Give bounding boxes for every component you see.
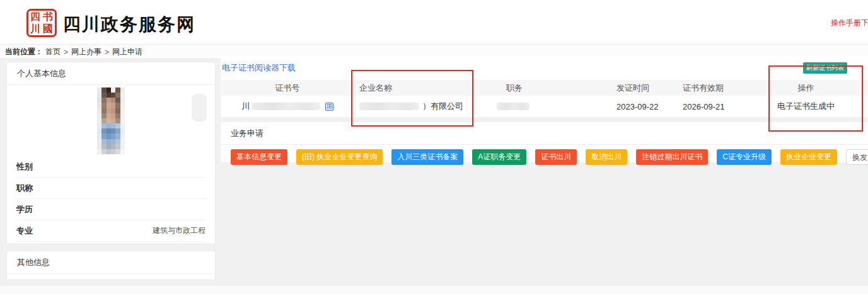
cell-position xyxy=(478,96,593,117)
breadcrumb-online-apply[interactable]: 网上申请 xyxy=(112,47,142,57)
certificate-reader-download-link[interactable]: 电子证书阅读器下载 xyxy=(222,62,296,74)
seal-char: 國 xyxy=(42,23,54,35)
field-label: 学历 xyxy=(16,204,33,215)
redacted-certificate-no xyxy=(252,103,320,110)
cert-leave-sichuan-button[interactable]: 证书出川 xyxy=(535,149,577,165)
field-row-major: 专业 建筑与市政工程 xyxy=(16,220,205,242)
old-practice-company-change-query-button[interactable]: (旧) 执业企业变更查询 xyxy=(296,149,383,165)
national-badge-icon: 国 xyxy=(325,103,333,111)
col-header-position: 职务 xyxy=(478,80,593,96)
certificate-no-prefix: 川 xyxy=(241,101,250,112)
user-photo-pixelated xyxy=(97,88,125,154)
other-info-title: 其他信息 xyxy=(7,251,215,274)
site-title: 四川政务服务网 xyxy=(63,13,195,37)
redacted-position xyxy=(497,103,529,110)
field-value: 建筑与市政工程 xyxy=(153,225,205,236)
cell-certificate-no: 川 国 xyxy=(221,96,354,117)
business-buttons-row: 基本信息变更 (旧) 执业企业变更查询 入川三类证书备案 A证职务变更 证书出川… xyxy=(221,145,868,165)
footer-strip xyxy=(0,286,868,294)
sichuan-seal-logo-icon[interactable]: 四 书 川 國 xyxy=(26,9,57,37)
breadcrumb-separator: > xyxy=(64,48,68,57)
seal-char: 四 xyxy=(29,11,42,23)
seal-char: 书 xyxy=(42,11,54,23)
field-label: 职称 xyxy=(16,183,33,194)
basic-info-change-button[interactable]: 基本信息变更 xyxy=(231,149,287,165)
enter-sichuan-three-cert-filing-button[interactable]: 入川三类证书备案 xyxy=(391,149,463,165)
col-header-company-name: 企业名称 xyxy=(354,80,478,96)
cell-issue-date: 2023-09-22 xyxy=(593,96,674,117)
col-header-certificate-no: 证书号 xyxy=(221,80,354,96)
cancel-expired-cert-button[interactable]: 注销过期出川证书 xyxy=(636,149,708,165)
practice-company-change-button[interactable]: 执业企业变更 xyxy=(780,149,837,165)
certificate-card: 电子证书阅读器下载 证书号 企业名称 职务 发证时间 证书有效期 操作 川 国 … xyxy=(221,55,868,117)
table-header-row: 证书号 企业名称 职务 发证时间 证书有效期 操作 xyxy=(221,80,868,96)
field-label: 专业 xyxy=(16,225,33,237)
redacted-company-name xyxy=(359,103,419,110)
breadcrumb-online-service[interactable]: 网上办事 xyxy=(71,47,101,57)
cancel-leave-sichuan-button[interactable]: 取消出川 xyxy=(586,149,627,165)
site-header: 四 书 川 國 四川政务服务网 操作手册下载 xyxy=(0,0,868,45)
field-row-gender: 性别 xyxy=(16,156,205,178)
table-row: 川 国 ）有限公司 2023-09-22 2026-09-21 电子证书生成中 xyxy=(221,96,868,117)
c-cert-major-upgrade-button[interactable]: C证专业升级 xyxy=(717,149,772,165)
page: 四 书 川 國 四川政务服务网 操作手册下载 当前位置： 首页 > 网上办事 >… xyxy=(0,0,868,294)
personal-info-card: 个人基本信息 性别 职称 xyxy=(6,62,216,244)
field-row-education: 学历 xyxy=(16,199,205,220)
breadcrumb-home[interactable]: 首页 xyxy=(45,47,61,57)
col-header-valid-until: 证书有效期 xyxy=(674,80,744,96)
redacted-blur xyxy=(192,94,207,122)
company-name-suffix: ）有限公司 xyxy=(422,101,463,112)
refresh-certificate-list-button[interactable]: 刷新证书列表 xyxy=(803,62,847,74)
business-application-title: 业务申请 xyxy=(221,122,868,145)
cell-operation-status: 电子证书生成中 xyxy=(744,96,868,117)
other-info-card: 其他信息 xyxy=(6,251,216,280)
breadcrumb-separator: > xyxy=(105,48,109,57)
field-row-title: 职称 xyxy=(16,178,205,199)
cell-company-name: ）有限公司 xyxy=(354,96,478,117)
renew-national-cert-button[interactable]: 换发国证 xyxy=(846,149,868,165)
seal-char: 川 xyxy=(29,23,42,35)
business-application-card: 业务申请 基本信息变更 (旧) 执业企业变更查询 入川三类证书备案 A证职务变更… xyxy=(221,122,868,162)
breadcrumb-label: 当前位置： xyxy=(5,47,43,57)
cell-valid-until: 2026-09-21 xyxy=(674,96,744,117)
photo-container xyxy=(7,85,215,156)
a-cert-position-change-button[interactable]: A证职务变更 xyxy=(472,149,526,165)
personal-info-title: 个人基本信息 xyxy=(7,62,215,85)
certificate-table: 证书号 企业名称 职务 发证时间 证书有效期 操作 川 国 ）有限公司 xyxy=(221,80,868,117)
manual-download-link[interactable]: 操作手册下载 xyxy=(831,18,868,28)
col-header-issue-date: 发证时间 xyxy=(593,80,674,96)
col-header-operation: 操作 xyxy=(744,80,868,96)
field-label: 性别 xyxy=(16,161,33,172)
